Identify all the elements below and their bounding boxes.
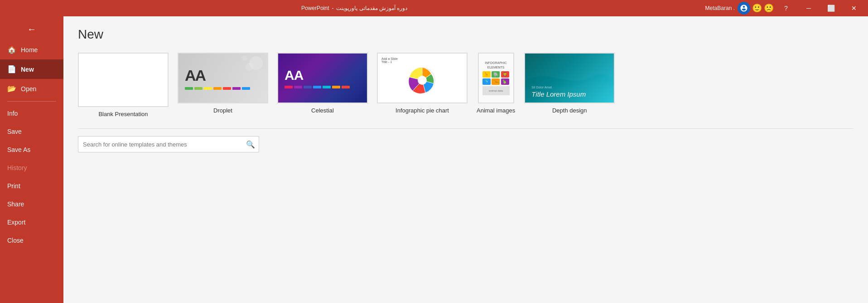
template-animal[interactable]: INFOGRAPHICELEMENTS 🦒 🐘 🦁 🐬 🐆 🦜 animal d… — [477, 53, 515, 117]
template-depth[interactable]: Sit Dolor Amet Title Lorem Ipsum Depth d… — [524, 53, 615, 117]
sidebar-item-home[interactable]: 🏠 Home — [0, 40, 63, 59]
sidebar-label-save: Save — [7, 128, 22, 135]
sidebar-label-history: History — [7, 164, 27, 171]
sidebar-item-save[interactable]: Save — [0, 122, 63, 141]
sidebar-label-print: Print — [7, 182, 20, 190]
title-separator: - — [332, 5, 333, 11]
content-area: New Blank Presentation AA — [63, 16, 868, 303]
template-label-droplet: Droplet — [213, 107, 232, 114]
sidebar-item-share[interactable]: Share — [0, 195, 63, 213]
template-blank[interactable]: Blank Presentation — [78, 53, 169, 117]
sidebar-item-new[interactable]: 📄 New — [0, 59, 63, 79]
sidebar-label-share: Share — [7, 200, 24, 208]
depth-sub-text: Sit Dolor Amet — [531, 86, 608, 89]
depth-thumb: Sit Dolor Amet Title Lorem Ipsum — [524, 53, 615, 103]
template-label-celestial: Celestial — [311, 107, 334, 114]
emoji-happy-btn[interactable]: 🙂 — [752, 3, 762, 13]
back-button[interactable]: ← — [24, 21, 40, 37]
sidebar-label-open: Open — [21, 85, 36, 93]
template-label-blank: Blank Presentation — [98, 111, 148, 117]
title-bar: PowerPoint - دوره آموزش مقدماتی پاورپوین… — [0, 0, 868, 16]
sidebar-item-open[interactable]: 📂 Open — [0, 79, 63, 98]
sidebar-label-info: Info — [7, 110, 18, 117]
sidebar-item-saveas[interactable]: Save As — [0, 141, 63, 159]
infographic-thumb: Add a SlideTitle - 1 — [377, 53, 468, 103]
minimize-btn[interactable]: ─ — [798, 0, 819, 16]
new-icon: 📄 — [7, 65, 16, 73]
celestial-aa-text: AA — [285, 68, 361, 83]
sidebar-label-new: New — [21, 66, 34, 73]
infographic-header-text: Add a SlideTitle - 1 — [381, 57, 463, 64]
templates-grid: Blank Presentation AA — [78, 53, 854, 117]
sidebar-divider — [7, 101, 56, 102]
celestial-thumb: AA — [277, 53, 368, 103]
help-btn[interactable]: ? — [776, 0, 796, 16]
template-label-infographic: Infographic pie chart — [395, 107, 449, 114]
template-label-animal: Animal images — [477, 107, 515, 114]
depth-title-text: Title Lorem Ipsum — [531, 90, 608, 98]
sidebar-item-export[interactable]: Export — [0, 213, 63, 231]
sidebar-item-close[interactable]: Close — [0, 231, 63, 249]
sidebar-item-history: History — [0, 159, 63, 177]
search-input[interactable] — [78, 141, 242, 148]
open-icon: 📂 — [7, 84, 16, 93]
template-label-depth: Depth design — [552, 107, 587, 114]
main-layout: ← 🏠 Home 📄 New 📂 Open Info Save Save As … — [0, 16, 868, 303]
doc-title: دوره آموزش مقدماتی پاورپوینت — [336, 5, 407, 11]
user-name: MetaBaran . — [705, 5, 735, 11]
search-section: 🔍 — [78, 128, 854, 152]
avatar — [738, 2, 750, 15]
search-button[interactable]: 🔍 — [242, 137, 259, 152]
home-icon: 🏠 — [7, 45, 16, 54]
template-celestial[interactable]: AA Celestial — [277, 53, 368, 117]
title-bar-right: MetaBaran . 🙂 🙁 ? ─ ⬜ ✕ — [705, 0, 864, 16]
close-btn[interactable]: ✕ — [844, 0, 864, 16]
droplet-thumb: AA — [178, 53, 268, 103]
template-droplet[interactable]: AA — [178, 53, 268, 117]
user-info: MetaBaran . — [705, 2, 750, 15]
app-name: PowerPoint — [301, 5, 329, 11]
sidebar-label-export: Export — [7, 219, 25, 226]
sidebar-item-info[interactable]: Info — [0, 104, 63, 122]
animal-thumb: INFOGRAPHICELEMENTS 🦒 🐘 🦁 🐬 🐆 🦜 animal d… — [478, 53, 514, 103]
sidebar-label-saveas: Save As — [7, 146, 30, 153]
title-bar-center: PowerPoint - دوره آموزش مقدماتی پاورپوین… — [301, 5, 407, 11]
search-input-wrap: 🔍 — [78, 136, 259, 152]
template-infographic[interactable]: Add a SlideTitle - 1 — [377, 53, 468, 117]
sidebar-item-print[interactable]: Print — [0, 177, 63, 195]
blank-thumb — [78, 53, 169, 107]
sidebar-label-close: Close — [7, 237, 24, 244]
page-title: New — [78, 27, 854, 42]
sidebar-label-home: Home — [21, 46, 38, 54]
emoji-sad-btn[interactable]: 🙁 — [764, 3, 774, 13]
maximize-btn[interactable]: ⬜ — [821, 0, 842, 16]
sidebar: ← 🏠 Home 📄 New 📂 Open Info Save Save As … — [0, 16, 63, 303]
